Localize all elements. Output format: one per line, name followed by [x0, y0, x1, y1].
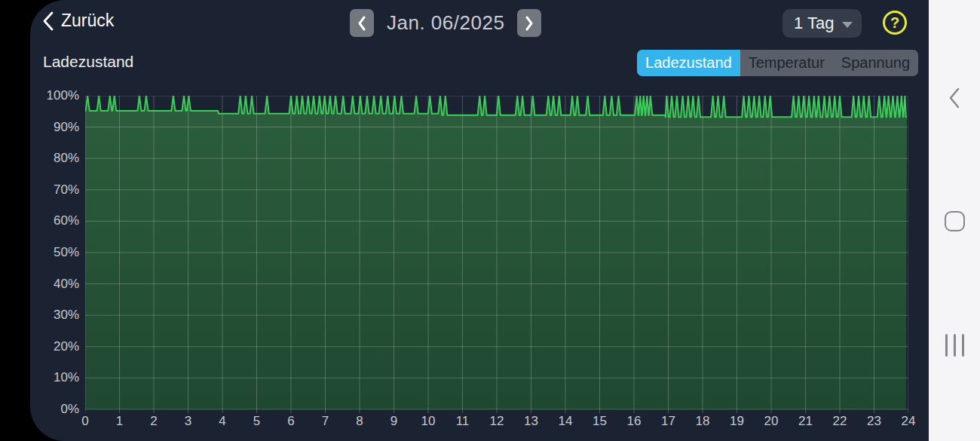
back-button-label: Zurück	[61, 11, 114, 31]
metric-tab-bar: Ladezustand Temperatur Spannung	[637, 50, 918, 76]
y-tick-label: 10%	[30, 370, 79, 385]
system-back-button[interactable]	[929, 77, 980, 119]
x-tick-label: 11	[452, 414, 474, 429]
x-tick-label: 0	[74, 414, 96, 429]
tab-ladezustand[interactable]: Ladezustand	[637, 50, 740, 76]
x-tick-label: 7	[314, 414, 337, 429]
x-tick-label: 9	[383, 414, 406, 429]
x-tick-label: 2	[142, 414, 165, 429]
chevron-down-icon	[842, 22, 853, 28]
system-navigation-bar	[929, 0, 980, 441]
x-tick-label: 19	[726, 414, 749, 429]
chevron-right-icon	[525, 16, 534, 31]
system-recents-button[interactable]	[929, 324, 980, 366]
y-tick-label: 20%	[30, 339, 79, 354]
x-tick-label: 1	[109, 414, 131, 429]
x-tick-label: 14	[554, 414, 577, 429]
date-navigation: Jan. 06/2025	[350, 9, 541, 37]
y-tick-label: 70%	[30, 182, 79, 198]
recent-apps-icon	[945, 334, 964, 357]
x-tick-label: 18	[691, 414, 714, 429]
date-label: Jan. 06/2025	[387, 11, 504, 35]
system-home-button[interactable]	[929, 200, 980, 242]
x-tick-label: 16	[623, 414, 645, 429]
system-back-icon	[945, 85, 963, 111]
charge-level-chart[interactable]	[85, 96, 908, 413]
x-tick-label: 20	[760, 414, 782, 429]
question-mark-icon: ?	[890, 14, 899, 32]
x-tick-label: 24	[897, 414, 920, 429]
x-tick-label: 8	[348, 414, 371, 429]
tab-spannung[interactable]: Spannung	[833, 50, 918, 76]
help-button[interactable]: ?	[883, 11, 907, 35]
x-tick-label: 12	[485, 414, 508, 429]
next-day-button[interactable]	[517, 9, 541, 37]
x-tick-label: 5	[246, 414, 268, 429]
chevron-left-icon	[357, 16, 366, 31]
y-tick-label: 40%	[30, 277, 79, 292]
x-tick-label: 23	[863, 414, 886, 429]
time-range-value: 1 Tag	[794, 14, 834, 33]
phone-screen: Zurück Jan. 06/2025 1 Tag ? Ladezustand	[0, 0, 980, 441]
x-tick-label: 10	[417, 414, 439, 429]
y-tick-label: 90%	[30, 120, 79, 135]
back-button[interactable]: Zurück	[42, 11, 114, 31]
y-tick-label: 100%	[30, 88, 79, 103]
chart-section-title: Ladezustand	[43, 53, 133, 71]
y-tick-label: 0%	[30, 402, 79, 417]
x-tick-label: 22	[828, 414, 851, 429]
x-tick-label: 13	[520, 414, 543, 429]
y-tick-label: 50%	[30, 245, 79, 260]
y-tick-label: 30%	[30, 308, 79, 323]
x-tick-label: 3	[177, 414, 200, 429]
x-tick-label: 17	[657, 414, 680, 429]
home-icon	[945, 211, 965, 231]
tab-temperatur[interactable]: Temperatur	[740, 50, 833, 76]
x-tick-label: 15	[589, 414, 611, 429]
y-tick-label: 80%	[30, 151, 79, 166]
back-chevron-icon	[42, 11, 54, 31]
x-tick-label: 6	[280, 414, 302, 429]
time-range-dropdown[interactable]: 1 Tag	[782, 9, 862, 38]
x-tick-label: 4	[211, 414, 234, 429]
x-tick-label: 21	[795, 414, 817, 429]
previous-day-button[interactable]	[350, 9, 374, 37]
y-tick-label: 60%	[30, 213, 79, 228]
battery-app-window: Zurück Jan. 06/2025 1 Tag ? Ladezustand	[30, 0, 929, 441]
